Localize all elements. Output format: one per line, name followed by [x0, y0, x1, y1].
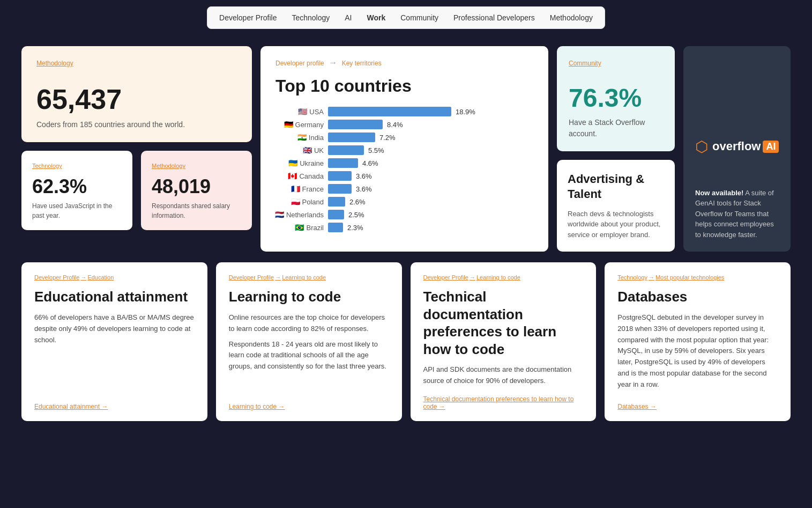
row2-card-top: Developer Profile → Learning to code Tec… [423, 274, 584, 387]
overflow-now-available: Now available! [695, 189, 743, 197]
country-name: UK [314, 146, 324, 154]
country-flag: 🇺🇦 [288, 159, 297, 167]
overflow-available-text: Now available! A suite of GenAI tools fo… [695, 188, 779, 240]
countries-breadcrumb2[interactable]: Key territories [342, 60, 382, 67]
bar-row: 🇫🇷 France 3.6% [275, 184, 533, 194]
row2-breadcrumb2[interactable]: Learning to code [282, 274, 326, 281]
community-link[interactable]: Community [569, 60, 601, 67]
advert-desc: Reach devs & technologists worldwide abo… [568, 209, 664, 240]
nav-methodology[interactable]: Methodology [542, 9, 600, 26]
row2-breadcrumb1[interactable]: Developer Profile [34, 274, 79, 281]
overflow-logo: ⬡ overflow AI [695, 138, 779, 156]
country-flag: 🇬🇧 [303, 146, 312, 154]
methodology-card: Methodology 65,437 Coders from 185 count… [21, 46, 252, 142]
nav-ai[interactable]: AI [337, 9, 359, 26]
community-card: Community 76.3% Have a Stack Overflow ac… [557, 46, 675, 151]
bar-fill [328, 120, 383, 129]
row2-breadcrumb2[interactable]: Learning to code [476, 274, 520, 281]
nav-community[interactable]: Community [393, 9, 446, 26]
breadcrumb-arrow: → [649, 274, 654, 281]
bar-wrap: 2.6% [328, 197, 533, 207]
row2-card-footer[interactable]: Databases → [617, 403, 778, 410]
row2-card-footer[interactable]: Educational attainment → [34, 403, 195, 410]
bar-percent: 2.3% [347, 224, 363, 232]
row2-card-footer[interactable]: Learning to code → [229, 403, 389, 410]
bar-fill [328, 223, 343, 232]
row2-breadcrumb: Developer Profile → Learning to code [423, 274, 584, 281]
row2-breadcrumb1[interactable]: Developer Profile [229, 274, 274, 281]
overflow-logo-text: overflow AI [712, 139, 779, 153]
bar-country-label: 🇺🇸 USA [275, 107, 324, 116]
countries-title: Top 10 countries [275, 76, 533, 96]
country-name: Netherlands [286, 211, 324, 219]
bar-percent: 2.5% [348, 211, 364, 219]
nav-work[interactable]: Work [359, 9, 393, 26]
row2-card-top: Developer Profile → Learning to code Lea… [229, 274, 389, 372]
overflow-ai-badge: AI [763, 141, 779, 153]
row2-card-title: Technical documentation preferences to l… [423, 288, 584, 358]
country-flag: 🇳🇱 [275, 210, 284, 219]
bar-row: 🇳🇱 Netherlands 2.5% [275, 210, 533, 219]
bar-percent: 2.6% [349, 198, 366, 206]
bar-country-label: 🇬🇧 UK [275, 146, 324, 154]
methodology-desc: Coders from 185 countries around the wor… [36, 119, 237, 130]
country-flag: 🇧🇷 [295, 223, 304, 232]
bar-fill [328, 158, 358, 168]
row2-breadcrumb1[interactable]: Technology [617, 274, 647, 281]
bar-row: 🇨🇦 Canada 3.6% [275, 171, 533, 181]
country-flag: 🇵🇱 [291, 197, 300, 206]
methodology2-link[interactable]: Methodology [152, 163, 185, 169]
country-flag: 🇨🇦 [288, 172, 297, 180]
methodology2-desc: Respondants shared salary information. [152, 201, 241, 220]
technology-link[interactable]: Technology [32, 163, 62, 169]
country-name: Poland [302, 198, 324, 206]
bar-wrap: 5.5% [328, 145, 533, 155]
row2-card-title: Learning to code [229, 288, 389, 306]
country-name: India [309, 134, 324, 142]
row2-card-footer[interactable]: Technical documentation preferences to l… [423, 395, 584, 410]
bar-wrap: 4.6% [328, 158, 533, 168]
technology-small-card: Technology 62.3% Have used JavaScript in… [21, 151, 132, 230]
bar-wrap: 3.6% [328, 171, 533, 181]
breadcrumb-arrow: → [275, 274, 281, 281]
bar-row: 🇩🇪 Germany 8.4% [275, 120, 533, 129]
community-number: 76.3% [569, 84, 663, 113]
row2-breadcrumb1[interactable]: Developer Profile [423, 274, 468, 281]
bar-fill [328, 132, 375, 142]
bar-wrap: 18.9% [328, 107, 533, 116]
row2-breadcrumb2[interactable]: Most popular technologies [655, 274, 724, 281]
bar-fill [328, 197, 345, 207]
bar-country-label: 🇨🇦 Canada [275, 172, 324, 180]
nav-developer-profile[interactable]: Developer Profile [212, 9, 284, 26]
countries-breadcrumb1[interactable]: Developer profile [275, 60, 324, 67]
row2-card-title: Educational attainment [34, 288, 195, 306]
bar-percent: 3.6% [356, 185, 372, 193]
bar-percent: 4.6% [362, 159, 378, 167]
row2-card-0: Developer Profile → Education Educationa… [21, 262, 207, 421]
bar-fill [328, 107, 451, 116]
bar-row: 🇺🇸 USA 18.9% [275, 107, 533, 116]
row2-breadcrumb2[interactable]: Education [87, 274, 114, 281]
breadcrumb-arrow: → [470, 274, 475, 281]
bar-fill [328, 171, 352, 181]
bar-country-label: 🇩🇪 Germany [275, 120, 324, 129]
country-name: USA [309, 108, 324, 116]
bar-row: 🇮🇳 India 7.2% [275, 132, 533, 142]
row2-card-desc: API and SDK documents are the documentat… [423, 364, 584, 387]
overflow-stack-icon: ⬡ [695, 138, 708, 156]
bar-row: 🇬🇧 UK 5.5% [275, 145, 533, 155]
col3-4: Community 76.3% Have a Stack Overflow ac… [557, 46, 675, 252]
country-flag: 🇺🇸 [298, 107, 307, 116]
countries-breadcrumb: Developer profile → Key territories [275, 58, 533, 68]
countries-card: Developer profile → Key territories Top … [260, 46, 548, 252]
bar-percent: 7.2% [379, 134, 396, 142]
row2: Developer Profile → Education Educationa… [21, 262, 791, 421]
nav-professional-developers[interactable]: Professional Developers [446, 9, 542, 26]
row2-card-desc: 66% of developers have a BA/BS or MA/MS … [34, 312, 195, 345]
country-flag: 🇮🇳 [297, 133, 307, 142]
row2-card-1: Developer Profile → Learning to code Lea… [216, 262, 402, 421]
nav-technology[interactable]: Technology [284, 9, 337, 26]
methodology-link[interactable]: Methodology [36, 60, 73, 67]
row2-card-2: Developer Profile → Learning to code Tec… [411, 262, 597, 421]
row2-card-title: Databases [617, 288, 778, 306]
